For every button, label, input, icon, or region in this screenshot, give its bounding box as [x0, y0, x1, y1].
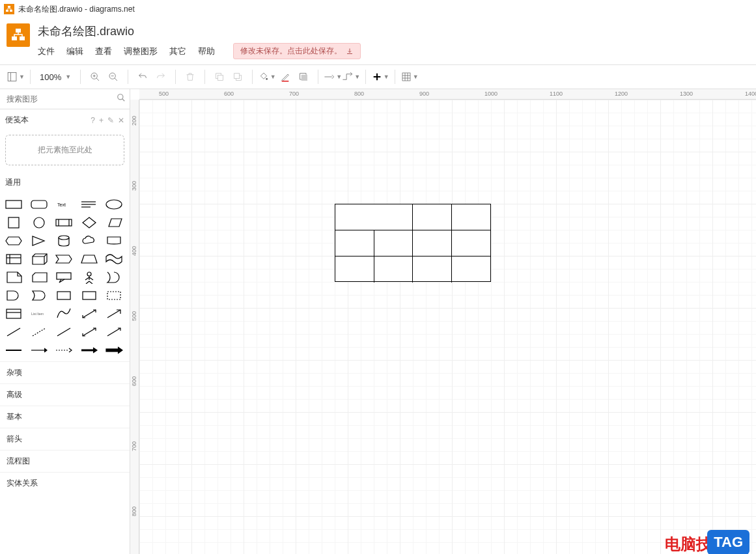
svg-line-9: [96, 78, 99, 81]
shape-link5[interactable]: [104, 343, 124, 357]
shape-arrow3[interactable]: [104, 325, 124, 339]
shape-tape[interactable]: [104, 252, 124, 266]
category-basic[interactable]: 基本: [0, 406, 130, 428]
shape-diamond[interactable]: [79, 215, 99, 230]
app-logo[interactable]: [7, 23, 30, 47]
shape-and[interactable]: [4, 288, 23, 303]
shape-datastore[interactable]: [54, 288, 74, 303]
category-flowchart[interactable]: 流程图: [0, 450, 130, 472]
category-arrows[interactable]: 箭头: [0, 428, 130, 450]
edit-icon[interactable]: ✎: [107, 116, 114, 125]
shape-callout[interactable]: [54, 270, 74, 284]
close-icon[interactable]: ✕: [118, 116, 124, 125]
table-button[interactable]: ▼: [400, 68, 419, 86]
table-shape[interactable]: [335, 204, 491, 282]
shape-or[interactable]: [29, 288, 49, 303]
to-back-button[interactable]: [229, 68, 247, 86]
shape-hexagon[interactable]: [4, 234, 23, 248]
zoom-select[interactable]: 100%▼: [36, 72, 75, 82]
shape-line[interactable]: [4, 325, 23, 339]
fill-color-button[interactable]: ▼: [258, 68, 276, 86]
menu-view[interactable]: 查看: [95, 46, 112, 57]
document-title[interactable]: 未命名绘图.drawio: [38, 23, 361, 39]
shape-link3[interactable]: [54, 343, 74, 357]
shape-line2[interactable]: [54, 325, 74, 339]
svg-line-58: [107, 310, 120, 318]
shape-step[interactable]: [54, 252, 74, 266]
shape-circle[interactable]: [29, 215, 49, 230]
scratchpad-header[interactable]: 便笺本 ? + ✎ ✕: [0, 109, 130, 131]
shape-biarrow[interactable]: [79, 307, 99, 321]
svg-rect-5: [20, 36, 25, 40]
shadow-button[interactable]: [294, 68, 313, 86]
connection-button[interactable]: ▼: [324, 68, 342, 86]
shape-rounded[interactable]: [29, 197, 49, 212]
category-misc[interactable]: 杂项: [0, 361, 130, 383]
shape-internal[interactable]: [4, 252, 23, 266]
shape-triangle[interactable]: [29, 234, 49, 248]
shape-palette: Text: [0, 193, 130, 361]
shape-cube[interactable]: [29, 252, 49, 266]
shape-curve2[interactable]: [104, 270, 124, 284]
ruler-vertical: 200 300 400 500 600 700 800: [130, 100, 139, 554]
shape-parallelogram[interactable]: [104, 215, 124, 230]
general-header[interactable]: 通用: [0, 172, 130, 193]
menu-extras[interactable]: 其它: [169, 46, 186, 57]
svg-rect-49: [57, 273, 71, 279]
to-front-button[interactable]: [210, 68, 229, 86]
svg-rect-4: [12, 36, 17, 40]
shape-xor[interactable]: [79, 288, 99, 303]
shape-arrow2[interactable]: [104, 307, 124, 321]
zoom-out-button[interactable]: [104, 68, 122, 86]
menu-arrange[interactable]: 调整图形: [124, 46, 158, 57]
svg-rect-51: [57, 292, 70, 299]
shape-dashed[interactable]: [104, 288, 124, 303]
delete-button[interactable]: [181, 68, 199, 86]
line-color-button[interactable]: [276, 68, 294, 86]
svg-rect-6: [8, 73, 16, 81]
zoom-in-button[interactable]: [86, 68, 104, 86]
view-mode-button[interactable]: ▼: [7, 68, 25, 86]
shape-document2[interactable]: [104, 234, 124, 248]
shape-biarrow2[interactable]: [79, 325, 99, 339]
shape-ellipse[interactable]: [104, 197, 124, 212]
svg-point-39: [106, 200, 122, 209]
help-icon[interactable]: ?: [91, 116, 95, 125]
shape-note[interactable]: [4, 270, 23, 284]
category-er[interactable]: 实体关系: [0, 472, 130, 494]
search-icon[interactable]: [117, 93, 126, 105]
shape-rect[interactable]: [4, 197, 23, 212]
shape-link4[interactable]: [79, 343, 99, 357]
svg-text:List Item: List Item: [31, 312, 44, 316]
drawing-canvas[interactable]: TAG 电脑技术网 www.tagxp.com www.xz7.com: [139, 100, 756, 554]
add-icon[interactable]: +: [99, 116, 104, 125]
shape-trapezoid[interactable]: [79, 252, 99, 266]
shape-textbox[interactable]: [79, 197, 99, 212]
menu-file[interactable]: 文件: [38, 46, 55, 57]
shape-link1[interactable]: [4, 343, 23, 357]
shape-cloud[interactable]: [79, 234, 99, 248]
shape-text[interactable]: Text: [54, 197, 74, 212]
category-advanced[interactable]: 高级: [0, 383, 130, 406]
watermark: TAG 电脑技术网 www.tagxp.com www.xz7.com: [665, 534, 743, 554]
redo-button[interactable]: [152, 68, 170, 86]
menu-edit[interactable]: 编辑: [66, 46, 83, 57]
insert-button[interactable]: ▼: [371, 68, 389, 86]
shape-cylinder[interactable]: [54, 234, 74, 248]
menu-help[interactable]: 帮助: [198, 46, 215, 57]
waypoint-button[interactable]: ▼: [342, 68, 360, 86]
save-button[interactable]: 修改未保存。点击此处保存。: [233, 43, 361, 59]
shape-process[interactable]: [54, 215, 74, 230]
shape-dashline[interactable]: [29, 325, 49, 339]
shape-actor[interactable]: [79, 270, 99, 284]
shape-link2[interactable]: [29, 343, 49, 357]
shape-list2[interactable]: List Item: [29, 307, 49, 321]
shape-curve[interactable]: [54, 307, 74, 321]
shape-list[interactable]: [4, 307, 23, 321]
search-input[interactable]: [4, 92, 117, 106]
undo-button[interactable]: [133, 68, 152, 86]
svg-point-50: [87, 272, 91, 276]
shape-card[interactable]: [29, 270, 49, 284]
shape-square[interactable]: [4, 215, 23, 230]
scratchpad-dropzone[interactable]: 把元素拖至此处: [5, 135, 124, 165]
